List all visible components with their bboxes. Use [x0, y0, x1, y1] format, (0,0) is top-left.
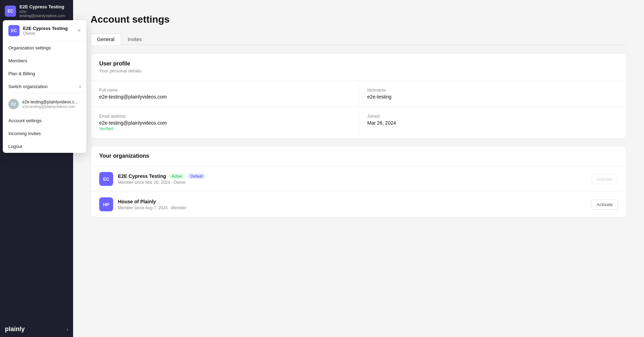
- fullname-label: Full name: [99, 88, 350, 93]
- dropdown-org-avatar: EC: [8, 25, 19, 36]
- profile-cell-joined: Joined Mar 26, 2024: [359, 107, 626, 138]
- org-info-hp: House of Plainly Member since Aug 7, 202…: [118, 199, 587, 210]
- sidebar-org-email: e2e-testing@plainlyvideos.com: [19, 9, 68, 18]
- dropdown-item-logout[interactable]: Logout: [3, 140, 86, 153]
- dropdown-item-switch-org[interactable]: Switch organization ›: [3, 80, 86, 93]
- orgs-header: Your organizations: [91, 146, 626, 166]
- sidebar-bottom: plainly ‹: [0, 321, 73, 337]
- dropdown-header: EC E2E Cypress Testing Owner ×: [3, 20, 86, 41]
- tab-invites[interactable]: Invites: [121, 33, 148, 45]
- dropdown-user-avatar: E2: [8, 99, 19, 109]
- dropdown-item-org-settings[interactable]: Organization settings: [3, 41, 86, 54]
- tabs: General Invites: [91, 33, 627, 45]
- dropdown-org-info: EC E2E Cypress Testing Owner: [8, 25, 68, 36]
- nickname-value: e2e-testing: [367, 94, 618, 100]
- profile-cell-email: Email address e2e-testing@plainlyvideos.…: [91, 107, 359, 138]
- user-profile-card: User profile Your personal details. Full…: [91, 53, 627, 139]
- org-sub-e2e: Member since Mar 26, 2024 · Owner: [118, 180, 587, 185]
- page-title: Account settings: [91, 14, 627, 25]
- org-name-row-hp: House of Plainly: [118, 199, 587, 204]
- org-name-hp: House of Plainly: [118, 199, 156, 204]
- sidebar-org-header[interactable]: EC E2E Cypress Testing e2e-testing@plain…: [0, 0, 73, 22]
- sidebar-org-name: E2E Cypress Testing: [19, 4, 68, 9]
- profile-cell-nickname: Nickname e2e-testing: [359, 81, 626, 107]
- org-avatar-hp: HP: [99, 197, 113, 211]
- sidebar-org-avatar: EC: [5, 6, 16, 17]
- dropdown-user-email: e2e-testing@plainlyvideos.com: [22, 104, 78, 109]
- dropdown-item-incoming-invites[interactable]: Incoming invites: [3, 127, 86, 140]
- tab-general[interactable]: General: [91, 33, 121, 45]
- profile-grid: Full name e2e-testing@plainlyvideos.com …: [91, 81, 626, 138]
- collapse-button[interactable]: ‹: [66, 327, 68, 332]
- main-content: Account settings General Invites User pr…: [73, 0, 644, 337]
- email-value: e2e-testing@plainlyvideos.com: [99, 120, 350, 126]
- nickname-label: Nickname: [367, 88, 618, 93]
- organizations-card: Your organizations EC E2E Cypress Testin…: [91, 146, 627, 217]
- org-name-e2e: E2E Cypress Testing: [118, 173, 166, 179]
- org-row-e2e: EC E2E Cypress Testing Active Default Me…: [91, 166, 626, 191]
- badge-active: Active: [169, 173, 185, 179]
- org-sub-hp: Member since Aug 7, 2024 · Member: [118, 205, 587, 210]
- chevron-right-icon: ›: [79, 84, 81, 89]
- dropdown-org-name: E2E Cypress Testing: [23, 26, 68, 31]
- user-profile-body: Full name e2e-testing@plainlyvideos.com …: [91, 81, 626, 138]
- badge-default: Default: [188, 173, 205, 179]
- dropdown-item-members[interactable]: Members: [3, 54, 86, 67]
- org-avatar-e2e: EC: [99, 172, 113, 186]
- orgs-title: Your organizations: [99, 153, 618, 159]
- org-info-e2e: E2E Cypress Testing Active Default Membe…: [118, 173, 587, 185]
- sidebar: EC E2E Cypress Testing e2e-testing@plain…: [0, 0, 73, 337]
- dropdown-user-section: E2 e2e-testing@plainlyvideos.c... e2e-te…: [3, 93, 86, 114]
- fullname-value: e2e-testing@plainlyvideos.com: [99, 94, 350, 100]
- org-name-row-e2e: E2E Cypress Testing Active Default: [118, 173, 587, 179]
- plainly-logo: plainly: [5, 326, 25, 333]
- user-profile-title: User profile: [99, 61, 618, 67]
- dropdown-org-role: Owner: [23, 31, 68, 36]
- org-dropdown: EC E2E Cypress Testing Owner × Organizat…: [3, 20, 86, 153]
- activate-button-hp[interactable]: Activate: [591, 199, 618, 210]
- org-row-hp: HP House of Plainly Member since Aug 7, …: [91, 191, 626, 217]
- activate-button-e2e[interactable]: Activate: [591, 174, 618, 184]
- user-profile-header: User profile Your personal details.: [91, 54, 626, 81]
- close-button[interactable]: ×: [78, 28, 81, 33]
- joined-label: Joined: [367, 114, 618, 119]
- profile-cell-fullname: Full name e2e-testing@plainlyvideos.com: [91, 81, 359, 107]
- dropdown-item-account-settings[interactable]: Account settings: [3, 114, 86, 127]
- dropdown-item-plan-billing[interactable]: Plan & Billing: [3, 67, 86, 80]
- user-profile-subtitle: Your personal details.: [99, 68, 618, 73]
- email-verified: Verified: [99, 126, 350, 131]
- email-label: Email address: [99, 114, 350, 119]
- joined-value: Mar 26, 2024: [367, 120, 618, 126]
- dropdown-user-name: e2e-testing@plainlyvideos.c...: [22, 100, 78, 104]
- dropdown-user-row: E2 e2e-testing@plainlyvideos.c... e2e-te…: [8, 97, 81, 112]
